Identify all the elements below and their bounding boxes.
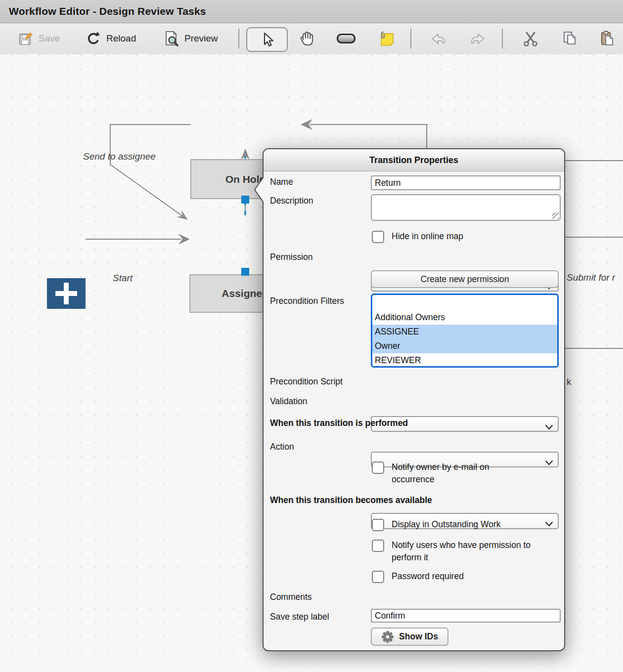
listbox-option-assignee[interactable]: ASSIGNEE: [372, 325, 557, 339]
preview-button-label: Preview: [184, 33, 218, 44]
notify-owner-label: Notify owner by e-mail on occurrence: [392, 461, 521, 486]
permission-label: Permission: [270, 252, 313, 262]
listbox-option-additional-owners[interactable]: Additional Owners: [372, 310, 557, 325]
hand-icon: [298, 30, 315, 47]
note-tool-button[interactable]: [370, 27, 403, 50]
preview-button[interactable]: Preview: [162, 27, 218, 50]
edge-label-k-fragment[interactable]: k: [567, 377, 572, 387]
node-tool-button[interactable]: [329, 27, 363, 50]
listbox-option-reviewer[interactable]: REVIEWER: [372, 353, 557, 368]
section-when-available: When this transition becomes available: [270, 495, 432, 505]
pan-tool-button[interactable]: [290, 27, 323, 50]
validation-label: Validation: [270, 396, 308, 407]
cut-icon: [522, 30, 539, 47]
transition-properties-dialog: Transition Properties Name Description H…: [263, 148, 565, 651]
comments-label: Comments: [270, 592, 312, 602]
copy-button[interactable]: [553, 27, 586, 50]
title-bar: Workflow Editor - Design Review Tasks: [0, 0, 623, 23]
pointer-icon: [259, 31, 275, 48]
create-new-permission-label: Create new permission: [421, 274, 509, 285]
create-new-permission-button[interactable]: Create new permission: [371, 270, 559, 288]
save-button-label: Save: [39, 33, 60, 44]
precondition-filters-label: Precondition Filters: [270, 296, 344, 306]
save-icon: [17, 30, 34, 47]
precondition-filters-listbox[interactable]: Additional Owners ASSIGNEE Owner REVIEWE…: [371, 294, 559, 368]
transition-endpoint-handle-bottom[interactable]: [241, 268, 249, 276]
show-ids-label: Show IDs: [399, 631, 438, 642]
cut-button[interactable]: [514, 27, 547, 50]
pointer-tool-button[interactable]: [246, 27, 288, 52]
notify-owner-checkbox[interactable]: [372, 462, 384, 474]
undo-button[interactable]: [422, 27, 456, 50]
display-outstanding-checkbox[interactable]: [372, 519, 384, 531]
description-textarea[interactable]: [371, 194, 561, 221]
edge-label-send-to-assignee[interactable]: Send to assignee: [83, 151, 156, 162]
save-step-label-label: Save step label: [270, 612, 329, 622]
listbox-option-blank[interactable]: [372, 296, 557, 310]
gear-icon: [381, 630, 394, 643]
description-label: Description: [270, 196, 313, 206]
dialog-title-bar[interactable]: Transition Properties: [264, 149, 564, 171]
node-shape-icon: [335, 32, 357, 45]
toolbar: Save Reload Preview: [0, 23, 623, 55]
redo-button[interactable]: [460, 27, 494, 50]
hide-in-online-map-checkbox[interactable]: [372, 231, 384, 243]
listbox-option-owner[interactable]: Owner: [372, 339, 557, 353]
display-outstanding-row: Display in Outstanding Work: [372, 519, 500, 531]
paste-icon: [598, 30, 616, 47]
password-required-row: Password required: [372, 571, 464, 583]
paste-button[interactable]: [590, 27, 623, 50]
save-button[interactable]: Save: [17, 27, 60, 50]
notify-users-checkbox[interactable]: [372, 540, 384, 552]
hide-in-online-map-label: Hide in online map: [392, 230, 463, 243]
node-assignee-label: Assignee: [222, 288, 267, 299]
hide-in-online-map-row: Hide in online map: [372, 231, 463, 243]
chevron-down-icon: [545, 458, 553, 468]
password-required-checkbox[interactable]: [372, 571, 384, 583]
show-ids-button[interactable]: Show IDs: [371, 628, 448, 646]
toolbar-separator: [410, 29, 411, 48]
section-when-performed: When this transition is performed: [270, 418, 408, 428]
undo-icon: [430, 30, 448, 47]
copy-icon: [561, 30, 578, 47]
edge-label-submit-fragment[interactable]: Submit for r: [567, 272, 623, 283]
name-input[interactable]: [371, 175, 561, 190]
toolbar-separator: [238, 29, 239, 48]
chevron-down-icon: [545, 422, 553, 432]
window-title: Workflow Editor - Design Review Tasks: [0, 5, 206, 17]
reload-button[interactable]: Reload: [85, 27, 136, 50]
dialog-title: Transition Properties: [369, 155, 458, 166]
display-outstanding-label: Display in Outstanding Work: [392, 518, 500, 531]
resize-grip-icon[interactable]: [552, 212, 559, 219]
notify-owner-row: Notify owner by e-mail on occurrence: [372, 462, 521, 486]
dialog-callout-pointer: [253, 176, 265, 204]
redo-icon: [468, 30, 487, 47]
start-node[interactable]: [47, 278, 86, 309]
chevron-down-icon: [545, 519, 553, 529]
precondition-script-label: Precondition Script: [270, 377, 343, 387]
preview-icon: [162, 30, 180, 47]
workflow-editor-window: Workflow Editor - Design Review Tasks Sa…: [0, 0, 623, 672]
password-required-label: Password required: [392, 570, 464, 583]
action-label: Action: [270, 442, 294, 452]
notify-users-row: Notify users who have permission to perf…: [372, 540, 555, 564]
reload-icon: [85, 30, 102, 47]
sticky-note-icon: [378, 30, 396, 47]
save-step-label-input[interactable]: [371, 609, 561, 623]
reload-button-label: Reload: [106, 33, 136, 44]
toolbar-separator: [502, 29, 503, 48]
edge-label-start[interactable]: Start: [113, 273, 133, 284]
name-label: Name: [270, 177, 293, 187]
transition-endpoint-handle-top[interactable]: [241, 196, 249, 204]
notify-users-label: Notify users who have permission to perf…: [392, 539, 555, 564]
